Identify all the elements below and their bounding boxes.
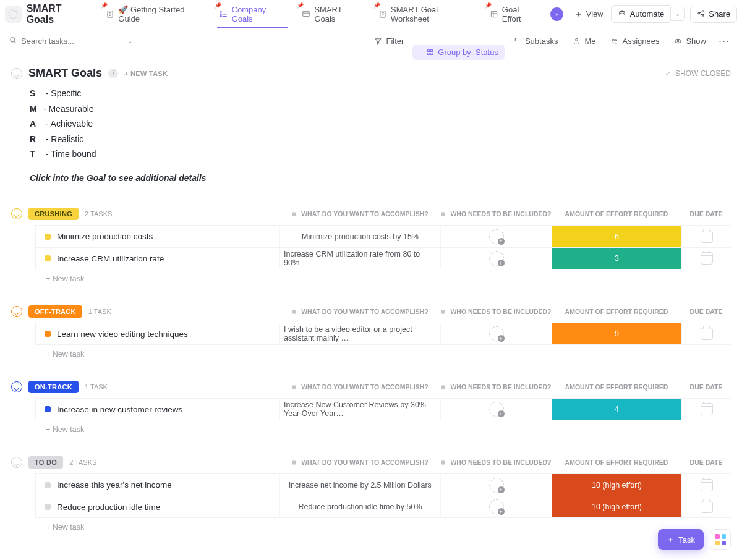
automate-button[interactable]: Automate (611, 5, 671, 23)
tab-smart-goals[interactable]: 📌 SMART Goals (294, 0, 370, 28)
col-included[interactable]: WHO NEEDS TO BE INCLUDED? (440, 210, 552, 218)
assignee-add-icon[interactable] (489, 499, 504, 514)
task-row[interactable]: Learn new video editing techniques I wis… (36, 323, 731, 345)
svg-rect-30 (441, 460, 445, 464)
subtasks-button[interactable]: Subtasks (507, 33, 564, 49)
collapse-toggle[interactable] (11, 68, 22, 79)
task-row[interactable]: Increase this year's net income increase… (36, 473, 731, 496)
new-task-row[interactable]: + New task (25, 420, 731, 434)
due-cell[interactable] (681, 248, 731, 269)
status-chip[interactable]: ON-TRACK (28, 381, 79, 393)
col-due[interactable]: DUE DATE (681, 308, 731, 315)
included-cell[interactable] (440, 323, 552, 344)
included-cell[interactable] (440, 474, 552, 496)
task-row[interactable]: Increase in new customer reviews Increas… (36, 398, 731, 420)
automate-dropdown[interactable]: ⌄ (670, 7, 685, 21)
new-task-button[interactable]: + NEW TASK (124, 70, 168, 77)
due-cell[interactable] (681, 323, 731, 344)
group-collapse-toggle[interactable] (11, 208, 22, 219)
new-task-row[interactable]: + New task (25, 269, 731, 283)
status-square-icon (45, 406, 51, 412)
svg-rect-29 (292, 460, 296, 464)
apps-fab[interactable] (710, 529, 731, 550)
search-input[interactable] (21, 36, 108, 46)
task-name-cell[interactable]: Increase this year's net income (36, 474, 279, 496)
col-effort[interactable]: AMOUNT OF EFFORT REQUIRED (552, 383, 681, 391)
assignee-add-icon[interactable] (489, 251, 504, 266)
filter-button[interactable]: Filter (368, 33, 410, 49)
accomplish-cell[interactable]: I wish to be a video editor or a project… (279, 323, 440, 344)
col-effort[interactable]: AMOUNT OF EFFORT REQUIRED (552, 459, 681, 466)
accomplish-cell[interactable]: Increase CRM utilization rate from 80 to… (279, 248, 440, 269)
assignee-add-icon[interactable] (489, 478, 504, 493)
status-chip[interactable]: TO DO (28, 456, 63, 469)
included-cell[interactable] (440, 399, 552, 420)
assignee-add-icon[interactable] (489, 326, 504, 341)
info-icon[interactable]: i (108, 69, 118, 78)
task-name-cell[interactable]: Reduce production idle time (36, 496, 279, 517)
content-scroll[interactable]: SMART Goals i + NEW TASK SHOW CLOSED S -… (0, 54, 742, 560)
accomplish-cell[interactable]: Minimize production costs by 15% (279, 226, 440, 247)
included-cell[interactable] (440, 496, 552, 517)
col-included[interactable]: WHO NEEDS TO BE INCLUDED? (440, 308, 552, 315)
col-effort[interactable]: AMOUNT OF EFFORT REQUIRED (552, 308, 681, 315)
col-accomplish[interactable]: WHAT DO YOU WANT TO ACCOMPLISH? (279, 383, 440, 391)
accomplish-cell[interactable]: Increase New Customer Reviews by 30% Yea… (279, 399, 440, 420)
col-effort[interactable]: AMOUNT OF EFFORT REQUIRED (552, 210, 681, 218)
new-task-row[interactable]: + New task (25, 345, 731, 358)
group-collapse-toggle[interactable] (11, 381, 22, 392)
col-included[interactable]: WHO NEEDS TO BE INCLUDED? (440, 383, 552, 391)
col-included[interactable]: WHO NEEDS TO BE INCLUDED? (440, 459, 552, 466)
effort-cell[interactable]: 10 (high effort) (552, 496, 681, 517)
show-button[interactable]: Show (668, 33, 712, 49)
new-task-fab[interactable]: ＋ Task (658, 529, 704, 550)
due-cell[interactable] (681, 226, 731, 247)
col-accomplish[interactable]: WHAT DO YOU WANT TO ACCOMPLISH? (279, 308, 440, 315)
tab-goal-effort[interactable]: 📌 Goal Effort (482, 0, 545, 28)
group-collapse-toggle[interactable] (11, 306, 22, 317)
doc-icon (378, 10, 387, 19)
due-cell[interactable] (681, 496, 731, 517)
due-cell[interactable] (681, 399, 731, 420)
chevron-down-icon[interactable]: ⌄ (127, 38, 132, 45)
assignee-add-icon[interactable] (489, 229, 504, 244)
accomplish-cell[interactable]: increase net income by 2.5 Million Dolla… (279, 474, 440, 496)
tab-getting-started[interactable]: 📌 🚀 Getting Started Guide (98, 0, 210, 28)
effort-cell[interactable]: 9 (552, 323, 681, 344)
share-button[interactable]: Share (690, 6, 737, 23)
included-cell[interactable] (440, 248, 552, 269)
me-button[interactable]: Me (566, 33, 602, 49)
effort-cell[interactable]: 4 (552, 399, 681, 420)
col-due[interactable]: DUE DATE (681, 459, 731, 466)
col-accomplish[interactable]: WHAT DO YOU WANT TO ACCOMPLISH? (279, 210, 440, 218)
task-row[interactable]: Reduce production idle time Reduce produ… (36, 496, 731, 518)
due-cell[interactable] (681, 474, 731, 496)
group-by-button[interactable]: Group by: Status (412, 45, 505, 60)
task-name-cell[interactable]: Learn new video editing techniques (36, 323, 279, 344)
more-menu[interactable]: ··· (715, 35, 733, 48)
task-name-cell[interactable]: Minimize production costs (36, 226, 279, 247)
group-collapse-toggle[interactable] (11, 457, 22, 468)
add-view-button[interactable]: ＋ View (568, 9, 610, 20)
col-accomplish[interactable]: WHAT DO YOU WANT TO ACCOMPLISH? (279, 459, 440, 466)
tabs-scroll-right[interactable]: › (550, 7, 563, 21)
effort-cell[interactable]: 3 (552, 248, 681, 269)
status-chip[interactable]: OFF-TRACK (28, 305, 82, 318)
new-task-row[interactable]: + New task (25, 518, 731, 532)
effort-cell[interactable]: 6 (552, 226, 681, 247)
tab-company-goals[interactable]: 📌 Company Goals (212, 0, 294, 28)
task-name-cell[interactable]: Increase in new customer reviews (36, 399, 279, 420)
task-row[interactable]: Increase CRM utilization rate Increase C… (36, 247, 731, 269)
assignee-add-icon[interactable] (489, 402, 504, 417)
accomplish-cell[interactable]: Reduce production idle time by 50% (279, 496, 440, 517)
included-cell[interactable] (440, 226, 552, 247)
effort-cell[interactable]: 10 (high effort) (552, 474, 681, 496)
task-row[interactable]: Minimize production costs Minimize produ… (36, 225, 731, 247)
show-closed-button[interactable]: SHOW CLOSED (664, 69, 731, 78)
col-due[interactable]: DUE DATE (681, 210, 731, 218)
status-chip[interactable]: CRUSHING (28, 208, 79, 220)
tab-worksheet[interactable]: 📌 SMART Goal Worksheet (371, 0, 481, 28)
assignees-button[interactable]: Assignees (604, 33, 665, 49)
col-due[interactable]: DUE DATE (681, 383, 731, 391)
task-name-cell[interactable]: Increase CRM utilization rate (36, 248, 279, 269)
